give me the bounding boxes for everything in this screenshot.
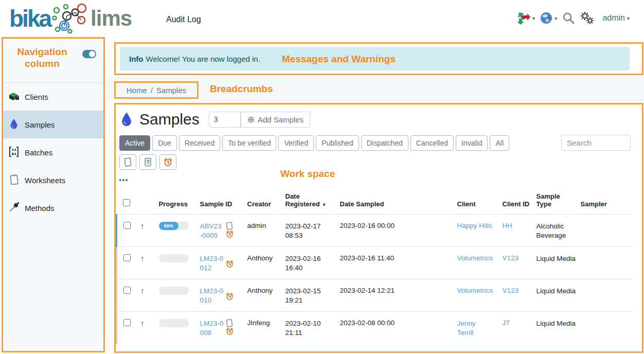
client-link[interactable]: Volumetrics	[457, 254, 493, 262]
filter-tab-invalid[interactable]: Invalid	[456, 135, 488, 151]
progress-fill: 66%	[159, 222, 178, 230]
workflow-up-icon[interactable]: ↑	[140, 319, 145, 328]
column-header-date-sampled[interactable]: Date Sampled	[338, 189, 455, 215]
sidebar-item-label: Methods	[25, 204, 55, 213]
logo-molecule-icon	[51, 4, 88, 33]
date-registered-cell: 2023-02-15 19:21	[283, 279, 338, 312]
select-all-checkbox[interactable]	[123, 199, 130, 206]
sidebar-item-label: Batches	[25, 148, 52, 157]
status-filter-tabs: Active Due Received To be verified Verif…	[119, 135, 509, 151]
workflow-up-icon[interactable]: ↑	[140, 254, 145, 263]
row-checkbox[interactable]	[123, 254, 131, 261]
toggle-columns-button[interactable]: •••	[119, 175, 129, 184]
client-link[interactable]: Volumetrics	[457, 287, 493, 294]
alarm-clock-icon	[164, 158, 172, 167]
add-samples-button[interactable]: ⊕ Add Samples	[241, 112, 310, 128]
samples-icon	[8, 119, 20, 131]
language-menu-button[interactable]: ▾	[540, 12, 557, 24]
workflow-menu-button[interactable]: ▾	[517, 11, 535, 25]
globe-icon	[540, 12, 552, 24]
workflow-up-icon[interactable]: ↑	[140, 222, 145, 231]
search-button[interactable]	[562, 12, 575, 24]
work-space-region: Samples ⊕ Add Samples Active Due Receive…	[114, 103, 643, 353]
column-header-client-id[interactable]: Client ID	[500, 189, 534, 215]
logo-text-bika: bika	[9, 3, 50, 34]
creator-cell: JInfeng	[245, 312, 283, 344]
print-report-button[interactable]: ?	[139, 154, 156, 170]
svg-text:?: ?	[146, 160, 149, 165]
sample-type-cell: Alcoholic Beverage	[534, 215, 579, 247]
filter-tab-active[interactable]: Active	[119, 135, 150, 151]
row-checkbox[interactable]	[123, 222, 131, 229]
workflow-arrows-icon	[517, 11, 530, 25]
filter-tab-verified[interactable]: Verified	[278, 135, 314, 151]
sort-desc-icon: ▼	[322, 202, 327, 207]
client-id-link[interactable]: HH	[503, 222, 513, 229]
column-header-sampler[interactable]: Sampler	[579, 189, 632, 215]
column-header-sample-type[interactable]: Sample Type	[534, 189, 579, 215]
table-row: ↑ LM23-0012 Anthony 2023-02-16 16:40 202…	[117, 247, 632, 279]
column-header-creator[interactable]: Creator	[245, 189, 283, 215]
sidebar-item-clients[interactable]: Clients	[3, 83, 103, 111]
column-header-label: Date Registered	[285, 192, 320, 208]
sample-id-link[interactable]: ABV23-0005	[200, 222, 224, 240]
sample-flags	[226, 287, 234, 305]
sidebar-toggle[interactable]	[82, 50, 96, 58]
filter-tab-all[interactable]: All	[490, 135, 509, 151]
sidebar-item-worksheets[interactable]: Worksheets	[3, 166, 103, 194]
row-checkbox[interactable]	[123, 287, 131, 294]
filter-tab-published[interactable]: Published	[316, 135, 359, 151]
sample-type-cell: Liquid Media	[534, 247, 579, 279]
sidebar-item-samples[interactable]: Samples	[3, 111, 103, 138]
breadcrumb-separator: /	[151, 86, 153, 95]
messages-annotation-label: Messages and Warnings	[282, 54, 396, 65]
settings-button[interactable]	[580, 11, 594, 25]
column-header-date-registered[interactable]: Date Registered▼	[283, 189, 338, 215]
search-icon	[562, 12, 575, 24]
progress-bar: 66%	[159, 222, 189, 230]
add-samples-label: Add Samples	[258, 115, 303, 124]
add-samples-count-input[interactable]	[209, 112, 241, 128]
client-id-link[interactable]: V123	[503, 254, 519, 262]
top-header: bika lim	[0, 0, 644, 39]
bika-lims-logo[interactable]: bika lim	[9, 3, 132, 34]
breadcrumbs-annotation-label: Breadcrumbs	[210, 83, 273, 95]
column-header-progress[interactable]: Progress	[157, 189, 198, 215]
sample-id-link[interactable]: LM23-0010	[200, 287, 224, 305]
sampler-cell	[579, 215, 632, 247]
breadcrumb-home-link[interactable]: Home	[127, 86, 147, 95]
sample-id-link[interactable]: LM23-0008	[200, 319, 224, 338]
sidebar-item-methods[interactable]: Methods	[3, 194, 103, 222]
batches-icon	[8, 147, 20, 158]
user-menu-button[interactable]: admin ▾	[599, 13, 630, 23]
client-id-link[interactable]: V123	[503, 287, 519, 294]
workspace-annotation-label: Work space	[280, 168, 335, 180]
table-row: ↑ LM23-0008 JInfeng 2023-02-10 21:11	[117, 312, 632, 344]
sample-id-link[interactable]: LM23-0012	[200, 254, 224, 273]
filter-tab-cancelled[interactable]: Cancelled	[410, 135, 454, 151]
column-header-sample-id[interactable]: Sample ID	[198, 189, 245, 215]
client-link[interactable]: Happy Hills	[457, 222, 492, 229]
late-samples-button[interactable]	[159, 154, 176, 170]
sampler-cell	[579, 279, 632, 312]
sidebar-item-label: Samples	[25, 120, 55, 129]
alert-label: Info	[129, 55, 144, 63]
client-id-link[interactable]: JT	[503, 319, 510, 327]
samples-table: Progress Sample ID Creator Date Register…	[116, 189, 632, 344]
date-registered-cell: 2023-02-16 16:40	[283, 247, 338, 279]
methods-icon	[8, 202, 20, 214]
search-input[interactable]	[561, 135, 631, 151]
sidebar-item-batches[interactable]: Batches	[3, 138, 103, 166]
workspace-title-row: Samples ⊕ Add Samples	[121, 111, 310, 128]
row-checkbox[interactable]	[123, 319, 131, 326]
sample-type-cell: Liquid Media	[534, 312, 579, 344]
filter-tab-to-be-verified[interactable]: To be verified	[222, 135, 276, 151]
filter-tab-received[interactable]: Received	[179, 135, 220, 151]
print-stickers-button[interactable]	[119, 154, 136, 170]
filter-tab-dispatched[interactable]: Dispatched	[361, 135, 408, 151]
column-header-client[interactable]: Client	[455, 189, 500, 215]
sample-type-cell: Liquid Media	[534, 279, 579, 312]
client-link[interactable]: Jenny Terrill	[457, 319, 483, 338]
workflow-up-icon[interactable]: ↑	[140, 287, 145, 295]
filter-tab-due[interactable]: Due	[152, 135, 177, 151]
